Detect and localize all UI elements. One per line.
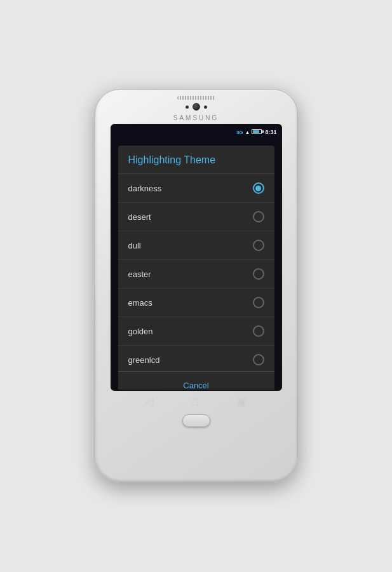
signal-icon: ▲ [245, 130, 250, 135]
theme-item-label: greenlcd [128, 355, 160, 365]
theme-list-item[interactable]: golden [118, 317, 274, 346]
theme-item-label: dull [128, 241, 141, 250]
highlighting-theme-dialog: Highlighting Theme darknessdesertdulleas… [118, 146, 274, 391]
battery-icon-wrap [252, 129, 263, 135]
battery-fill [253, 130, 259, 133]
dialog-title: Highlighting Theme [118, 146, 274, 174]
home-button[interactable]: □ [192, 396, 198, 408]
recent-apps-button[interactable]: ▣ [237, 396, 247, 408]
phone-bottom: ◁ □ ▣ [95, 391, 297, 433]
back-button[interactable]: ◁ [145, 396, 153, 408]
network-indicator: 3G [236, 130, 243, 135]
brand-label: SAMSUNG [173, 114, 219, 121]
cancel-button[interactable]: Cancel [173, 378, 219, 391]
camera-area [186, 103, 207, 111]
radio-button[interactable] [253, 240, 264, 251]
flash-dot [204, 106, 207, 109]
phone-screen: 3G ▲ 8:31 Highlighting Theme darknessdes… [111, 124, 282, 391]
recent-icon: ▣ [237, 396, 247, 408]
nav-bar: ◁ □ ▣ [126, 396, 266, 408]
radio-button[interactable] [253, 354, 264, 365]
home-icon: □ [192, 397, 198, 408]
dialog-overlay: Highlighting Theme darknessdesertdulleas… [112, 139, 281, 391]
time-display: 8:31 [265, 129, 276, 135]
radio-button[interactable] [253, 182, 264, 194]
speaker-grille [177, 96, 215, 100]
theme-item-label: easter [128, 269, 151, 279]
radio-button[interactable] [253, 325, 264, 337]
theme-item-label: darkness [128, 184, 162, 193]
radio-inner-dot [255, 186, 261, 191]
theme-list-item[interactable]: easter [118, 260, 274, 289]
dialog-footer: Cancel [118, 371, 274, 391]
theme-item-label: golden [128, 327, 153, 336]
physical-home-button[interactable] [182, 414, 210, 427]
theme-list-item[interactable]: desert [118, 203, 274, 231]
theme-list-item[interactable]: emacs [118, 289, 274, 317]
status-bar: 3G ▲ 8:31 [112, 125, 281, 139]
theme-item-label: desert [128, 212, 151, 222]
theme-item-label: emacs [128, 298, 152, 308]
sensor-dot [186, 106, 189, 109]
theme-list-item[interactable]: darkness [118, 174, 274, 203]
theme-list-item[interactable]: greenlcd [118, 346, 274, 371]
radio-button[interactable] [253, 297, 264, 308]
radio-button[interactable] [253, 211, 264, 222]
phone-device: SAMSUNG 3G ▲ 8:31 Highlighting Theme dar… [95, 89, 298, 483]
battery-icon [252, 129, 262, 134]
camera-lens [193, 103, 200, 111]
back-icon: ◁ [145, 396, 153, 408]
theme-list-item[interactable]: dull [118, 231, 274, 260]
theme-list[interactable]: darknessdesertdulleasteremacsgoldengreen… [118, 174, 274, 371]
radio-button[interactable] [253, 268, 264, 280]
phone-top: SAMSUNG [95, 90, 297, 124]
